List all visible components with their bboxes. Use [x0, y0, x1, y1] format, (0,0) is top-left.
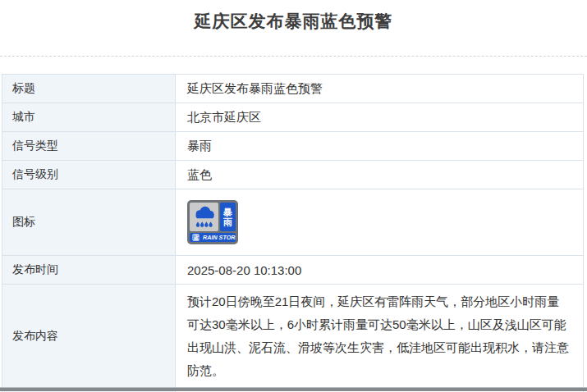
- row-label-icon: 图标: [2, 189, 176, 256]
- warning-info-table: 标题 延庆区发布暴雨蓝色预警 城市 北京市延庆区 信号类型 暴雨 信号级别 蓝色…: [2, 74, 584, 392]
- row-label-city: 城市: [2, 103, 176, 132]
- row-label-publish-time: 发布时间: [2, 256, 176, 285]
- warning-level-bar: 蓝 RAIN STORM: [190, 233, 236, 242]
- row-value-signal-level: 蓝色: [176, 161, 584, 189]
- warning-caption: RAIN STORM: [203, 235, 236, 241]
- row-label-title: 标题: [2, 75, 176, 103]
- row-value-signal-type: 暴雨: [176, 132, 584, 161]
- table-row-signal-type: 信号类型 暴雨: [2, 132, 584, 161]
- row-label-signal-type: 信号类型: [2, 132, 176, 161]
- row-value-publish-time: 2025-08-20 10:13:00: [176, 256, 584, 285]
- page-header: 延庆区发布暴雨蓝色预警: [0, 0, 587, 57]
- rain-cloud-icon: [190, 203, 218, 231]
- row-value-publish-content: 预计20日傍晚至21日夜间，延庆区有雷阵雨天气，部分地区小时雨量可达30毫米以上…: [176, 285, 584, 389]
- warning-type-characters: 暴 雨: [220, 203, 236, 231]
- table-row-publish-time: 发布时间 2025-08-20 10:13:00: [2, 256, 584, 285]
- warning-char-top: 暴: [223, 207, 232, 217]
- row-label-publish-content: 发布内容: [2, 285, 176, 389]
- table-row-title: 标题 延庆区发布暴雨蓝色预警: [2, 75, 584, 103]
- table-row-icon: 图标: [2, 189, 584, 256]
- page-title: 延庆区发布暴雨蓝色预警: [195, 10, 393, 33]
- row-label-signal-level: 信号级别: [2, 161, 176, 189]
- table-row-city: 城市 北京市延庆区: [2, 103, 584, 132]
- row-value-city: 北京市延庆区: [176, 103, 584, 132]
- row-value-icon: 暴 雨 蓝 RAIN STORM: [176, 189, 584, 256]
- row-value-title: 延庆区发布暴雨蓝色预警: [176, 75, 584, 103]
- table-row-publish-content: 发布内容 预计20日傍晚至21日夜间，延庆区有雷阵雨天气，部分地区小时雨量可达3…: [2, 285, 584, 389]
- window-bottom-edge: [0, 387, 587, 391]
- rainstorm-warning-icon: 暴 雨 蓝 RAIN STORM: [187, 200, 238, 244]
- table-row-signal-level: 信号级别 蓝色: [2, 161, 584, 189]
- warning-char-bottom: 雨: [223, 217, 232, 227]
- warning-level-char: 蓝: [193, 235, 199, 241]
